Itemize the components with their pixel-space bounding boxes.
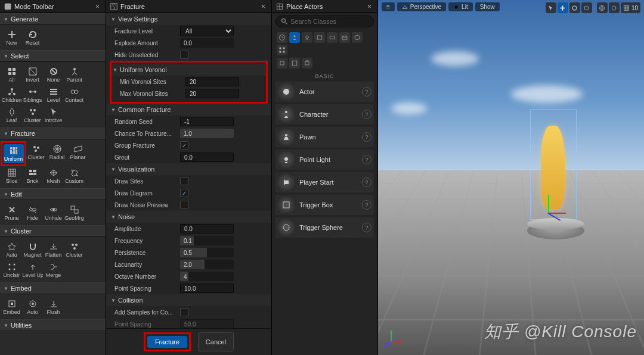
tool-geomrg[interactable]: GeoMrg: [64, 203, 85, 222]
close-icon[interactable]: ×: [365, 2, 374, 11]
cat-volumes[interactable]: [352, 32, 363, 43]
cat-shapes[interactable]: [327, 32, 338, 43]
chance-input[interactable]: 1.0: [180, 129, 234, 138]
info-icon[interactable]: ?: [362, 223, 371, 232]
utilities-section-header[interactable]: ▼Utilities: [0, 319, 106, 331]
tool-flush[interactable]: Flush: [44, 297, 64, 316]
random-seed-input[interactable]: -1: [180, 117, 234, 126]
amplitude-input[interactable]: 0.0: [180, 224, 234, 233]
snap-icon[interactable]: [609, 2, 620, 13]
viewport[interactable]: ≡ Perspective Lit Show 10: [378, 0, 644, 355]
tool-new[interactable]: New: [2, 28, 22, 47]
fracture-section-header[interactable]: ▼Fracture: [0, 127, 106, 139]
embed-section-header[interactable]: ▼Embed: [0, 282, 106, 294]
noise-header[interactable]: ▼Noise: [106, 211, 271, 223]
info-icon[interactable]: ?: [362, 110, 371, 119]
explode-amount-input[interactable]: 0.0: [180, 38, 234, 48]
info-icon[interactable]: ?: [362, 87, 371, 96]
tool-cluster2[interactable]: Cluster: [64, 240, 85, 259]
viewport-menu[interactable]: ≡: [382, 2, 395, 11]
tool-flatten[interactable]: Flatten: [44, 240, 64, 259]
grid-snap-icon[interactable]: 10: [621, 2, 640, 13]
tool-interactive[interactable]: Intrctve: [44, 105, 64, 124]
tool-all[interactable]: All: [2, 65, 22, 84]
tool-leaf[interactable]: Leaf: [2, 105, 22, 124]
tool-hide[interactable]: Hide: [23, 203, 43, 222]
actor-item-actor[interactable]: Actor?: [275, 82, 374, 102]
grout-input[interactable]: 0.0: [180, 152, 234, 162]
tool-radial[interactable]: Radial: [47, 142, 67, 161]
tool-parent[interactable]: Parent: [64, 65, 85, 84]
tool-slice[interactable]: Slice: [2, 166, 22, 185]
draw-sites-checkbox[interactable]: [180, 177, 188, 185]
tool-uniform[interactable]: Uniform: [4, 144, 24, 163]
select-section-header[interactable]: ▼Select: [0, 50, 106, 62]
actor-item-pointlight[interactable]: Point Light?: [275, 150, 374, 170]
fracture-button[interactable]: Fracture: [147, 336, 187, 348]
tool-custom[interactable]: Custom: [64, 166, 85, 185]
collision-point-spacing-input[interactable]: 50.0: [180, 319, 234, 328]
frequency-input[interactable]: 0.1: [180, 236, 234, 245]
cat-lights[interactable]: [302, 32, 312, 43]
translate-mode-icon[interactable]: [558, 2, 568, 13]
fracture-level-dropdown[interactable]: All: [180, 26, 234, 36]
tool-contact[interactable]: Contact: [64, 85, 85, 104]
tool-embed[interactable]: Embed: [2, 297, 22, 316]
info-icon[interactable]: ?: [362, 132, 371, 142]
tool-unhide[interactable]: Unhide: [44, 203, 64, 222]
perspective-dropdown[interactable]: Perspective: [397, 2, 446, 11]
select-mode-icon[interactable]: [546, 2, 556, 13]
actor-item-triggerbox[interactable]: Trigger Box?: [275, 195, 374, 215]
cat-all[interactable]: [277, 45, 287, 55]
coord-space-icon[interactable]: [597, 2, 608, 13]
point-spacing-input[interactable]: 10.0: [180, 284, 234, 293]
tool-cluster-frac[interactable]: Cluster: [26, 142, 47, 161]
view-settings-header[interactable]: ▼View Settings: [106, 13, 271, 25]
tool-prune[interactable]: Prune: [2, 203, 22, 222]
tool-planar[interactable]: Planar: [68, 142, 88, 161]
cat-misc1[interactable]: [277, 58, 287, 68]
persistence-input[interactable]: 0.5: [180, 248, 234, 257]
visualization-header[interactable]: ▼Visualization: [106, 163, 271, 175]
cat-cinematic[interactable]: [314, 32, 325, 43]
close-icon[interactable]: ×: [93, 2, 102, 11]
max-voronoi-input[interactable]: 20: [185, 89, 239, 98]
tool-children[interactable]: Children: [2, 85, 22, 104]
viewport-scene[interactable]: z x y 知乎 @Kill Console: [378, 0, 644, 355]
min-voronoi-input[interactable]: 20: [185, 77, 239, 86]
rotate-mode-icon[interactable]: [569, 2, 580, 13]
hide-unselected-checkbox[interactable]: [180, 51, 188, 59]
generate-section-header[interactable]: ▼Generate: [0, 13, 106, 25]
octave-input[interactable]: 4: [180, 272, 234, 281]
show-dropdown[interactable]: Show: [475, 2, 500, 11]
info-icon[interactable]: ?: [362, 155, 371, 164]
add-samples-checkbox[interactable]: [180, 308, 188, 316]
tool-reset[interactable]: Reset: [23, 28, 43, 47]
tool-cluster[interactable]: Cluster: [23, 105, 43, 124]
tool-invert[interactable]: Invert: [23, 65, 43, 84]
tool-level[interactable]: Level: [44, 85, 64, 104]
tool-embed-auto[interactable]: Auto: [23, 297, 43, 316]
tool-uncluster[interactable]: Unclstr: [2, 260, 22, 279]
common-fracture-header[interactable]: ▼Common Fracture: [106, 104, 271, 116]
fracture-settings-scroll[interactable]: ▼View Settings Fracture Level All Explod…: [106, 13, 271, 328]
cluster-section-header[interactable]: ▼Cluster: [0, 225, 106, 237]
cat-misc3[interactable]: [302, 58, 312, 68]
info-icon[interactable]: ?: [362, 178, 371, 187]
actor-item-pawn[interactable]: Pawn?: [275, 127, 374, 147]
draw-noise-checkbox[interactable]: [180, 201, 188, 209]
tool-brick[interactable]: Brick: [23, 166, 43, 185]
actor-item-triggersphere[interactable]: Trigger Sphere?: [275, 217, 374, 238]
edit-section-header[interactable]: ▼Edit: [0, 188, 106, 200]
draw-diagram-checkbox[interactable]: [180, 189, 188, 197]
scale-mode-icon[interactable]: [581, 2, 592, 13]
tool-none[interactable]: None: [44, 65, 64, 84]
cat-recent[interactable]: [277, 32, 287, 43]
search-input[interactable]: Search Classes: [275, 15, 374, 27]
tool-mesh[interactable]: Mesh: [44, 166, 64, 185]
cat-misc2[interactable]: [289, 58, 300, 68]
tool-levelup[interactable]: Level Up: [23, 260, 43, 279]
cat-basic[interactable]: [289, 32, 300, 43]
close-icon[interactable]: ×: [259, 2, 268, 11]
tool-siblings[interactable]: Siblings: [23, 85, 43, 104]
